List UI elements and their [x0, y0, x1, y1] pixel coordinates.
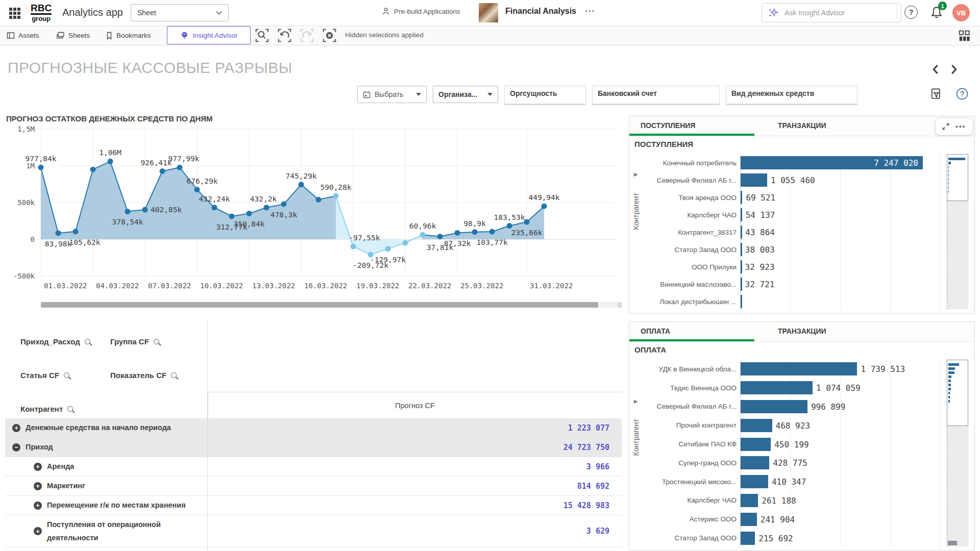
chart-horizontal-scrollbar[interactable]	[41, 302, 622, 308]
tab-transactions[interactable]: ТРАНЗАКЦИИ	[754, 116, 879, 136]
sheets-button[interactable]: Sheets	[56, 26, 90, 45]
data-point[interactable]	[177, 165, 183, 170]
minimap-viewport[interactable]	[947, 154, 968, 201]
data-point[interactable]	[73, 229, 79, 234]
cash-type-filter-listbox[interactable]: Вид денежных средств	[726, 86, 857, 105]
data-point[interactable]	[90, 167, 96, 172]
bar[interactable]	[741, 243, 742, 256]
app-thumbnail[interactable]	[479, 3, 498, 22]
help-icon[interactable]: ?	[904, 6, 918, 19]
bar-row[interactable]: Статор Запад ООО215 692	[635, 529, 942, 547]
pivot-row-label-cell[interactable]: +Маркетинг	[5, 477, 208, 495]
data-point[interactable]	[212, 205, 217, 210]
data-point[interactable]	[299, 182, 304, 187]
bar-category-label[interactable]: Твоя аренда ООО	[635, 194, 740, 202]
user-avatar[interactable]: VB	[952, 4, 970, 21]
bar[interactable]	[741, 494, 758, 507]
clear-selections-icon[interactable]	[323, 29, 336, 42]
bar-row[interactable]: УДК в Винницкой обла...1 739 513	[635, 360, 942, 379]
prebuild-applications-link[interactable]: Pre-build Applications	[382, 7, 460, 15]
data-point[interactable]	[437, 234, 443, 239]
data-point[interactable]	[403, 240, 408, 246]
bar-row[interactable]: Локал дистрибьюшин ...	[635, 293, 942, 310]
data-point[interactable]	[351, 244, 356, 249]
bar-category-label[interactable]: Статор Запад ООО	[635, 246, 740, 254]
bar-row[interactable]: Северный Филиал АБ г...996 899	[635, 397, 942, 416]
bar-row[interactable]: Тростянецкий мясоко...410 347	[635, 472, 942, 491]
bar[interactable]	[741, 456, 769, 469]
bar[interactable]	[741, 419, 772, 432]
bar[interactable]	[741, 513, 757, 526]
expand-row-icon[interactable]: +	[34, 502, 42, 510]
bar-category-label[interactable]: Прочий контрагент	[635, 421, 740, 429]
tab-receipts[interactable]: ПОСТУПЛЕНИЯ	[629, 116, 754, 136]
minimap-viewport[interactable]	[947, 360, 968, 426]
bar-row[interactable]: Винницкий маслозаво...32 721	[635, 276, 942, 293]
bar[interactable]: 7 247 020	[741, 156, 923, 169]
bar-category-label[interactable]: Контрагент_38317	[635, 229, 740, 236]
search-icon[interactable]	[171, 372, 177, 378]
data-point[interactable]	[385, 246, 391, 252]
bar-row[interactable]: Статор Запад ООО38 003	[635, 241, 942, 258]
bar[interactable]	[741, 438, 771, 451]
bar-row[interactable]: Прочий контрагент468 923	[635, 416, 942, 435]
bar-category-label[interactable]: ООО Прилуки	[635, 263, 740, 271]
data-point[interactable]	[489, 229, 495, 235]
bar-category-label[interactable]: Тростянецкий мясоко...	[635, 478, 740, 486]
field-prihod-rashod[interactable]: Приход_Расход	[20, 332, 110, 351]
receipts-minimap-scrollbar[interactable]	[947, 154, 968, 309]
bar-row[interactable]: Твоя аренда ООО69 521	[635, 189, 942, 206]
bar-row[interactable]: Конечный потребитель7 247 020	[635, 154, 942, 171]
insight-advisor-button[interactable]: Insight Advisor	[167, 26, 251, 44]
bar[interactable]	[741, 191, 742, 204]
bar-row[interactable]: ООО Прилуки32 923	[635, 258, 942, 276]
data-point[interactable]	[56, 230, 61, 236]
field-statya-cf[interactable]: Статья CF	[20, 365, 110, 385]
search-icon[interactable]	[85, 339, 90, 344]
data-point[interactable]	[160, 168, 165, 174]
app-launcher-icon[interactable]	[9, 8, 20, 19]
prev-sheet-icon[interactable]	[932, 64, 939, 74]
bank-account-filter-listbox[interactable]: Банковский счет	[592, 86, 720, 105]
data-point[interactable]	[38, 165, 44, 170]
undo-selection-icon[interactable]	[278, 29, 291, 42]
data-point[interactable]	[333, 193, 339, 198]
bar-row[interactable]: Карлсберг ЧАО261 188	[635, 491, 942, 510]
orgentity-filter-listbox[interactable]: Оргсущность	[504, 86, 586, 105]
bar[interactable]	[741, 475, 768, 488]
bar-row[interactable]: Ситибанк ПАО КФ450 199	[635, 435, 942, 454]
minimap-track[interactable]	[947, 426, 968, 546]
bar[interactable]	[741, 400, 807, 413]
bar-category-label[interactable]: Супер-гранд ООО	[635, 459, 740, 467]
expand-row-icon[interactable]: +	[34, 527, 42, 535]
data-point[interactable]	[194, 187, 200, 192]
data-point[interactable]	[420, 232, 426, 238]
bar-row[interactable]: Астерикс ООО241 904	[635, 510, 942, 529]
data-point[interactable]	[108, 159, 113, 164]
bar-category-label[interactable]: Карлсберг ЧАО	[635, 496, 740, 504]
bar-category-label[interactable]: Северный Филиал АБ г...	[635, 177, 740, 184]
bar-row[interactable]: Супер-гранд ООО428 775	[635, 454, 942, 472]
tab-transactions[interactable]: ТРАНЗАКЦИИ	[754, 322, 879, 341]
scrollbar-thumb[interactable]	[41, 302, 598, 308]
bar-category-label[interactable]: Тедис Винница ООО	[635, 384, 740, 392]
sheet-selector-dropdown[interactable]: Sheet	[131, 4, 229, 21]
bar-category-label[interactable]: Статор Запад ООО	[635, 534, 740, 542]
bar-category-label[interactable]: Северный Филиал АБ г...	[635, 403, 740, 410]
minimap-track[interactable]	[947, 201, 968, 309]
bar-category-label[interactable]: Карлсберг ЧАО	[635, 211, 740, 219]
expand-row-icon[interactable]: +	[34, 482, 42, 490]
search-icon[interactable]	[154, 339, 159, 344]
search-icon[interactable]	[67, 406, 73, 412]
bar-row[interactable]: Северный Филиал АБ г...1 055 460	[635, 171, 942, 189]
bar[interactable]	[741, 362, 857, 375]
payments-minimap-scrollbar[interactable]	[947, 360, 968, 546]
bar[interactable]	[741, 208, 742, 221]
data-point[interactable]	[264, 205, 270, 210]
data-point[interactable]	[507, 223, 512, 229]
field-gruppa-cf[interactable]: Группа CF	[110, 332, 207, 351]
bar-row[interactable]: Тедис Винница ООО1 074 059	[635, 379, 942, 397]
assets-button[interactable]: Assets	[7, 26, 39, 45]
app-more-menu[interactable]: ...	[585, 4, 595, 14]
field-pokazatel-cf[interactable]: Показатель CF	[110, 365, 207, 385]
